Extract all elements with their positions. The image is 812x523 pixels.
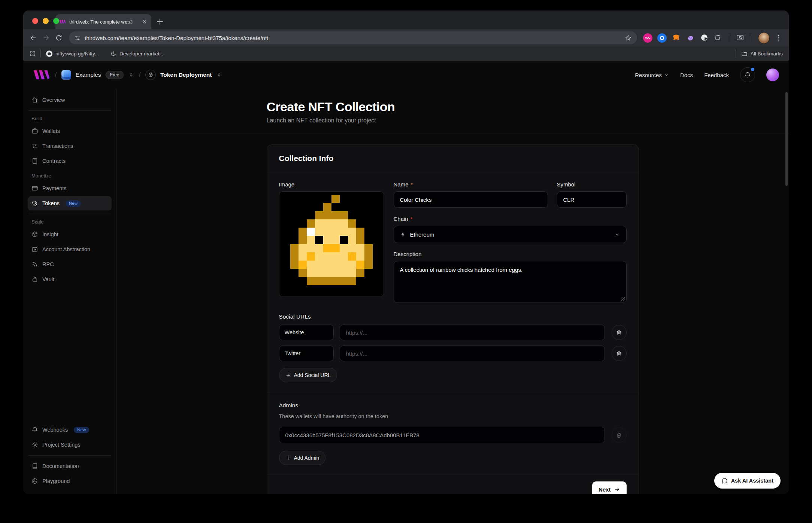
swap-icon [31,143,38,149]
delete-social-url-button[interactable] [612,325,627,340]
sidebar-item-wallets[interactable]: Wallets [28,124,112,138]
resize-handle[interactable] [621,297,625,301]
address-bar[interactable]: thirdweb.com/team/examples/Token-Deploym… [69,31,637,44]
browser-tab[interactable]: thirdweb: The complete web3 [55,14,151,29]
sidebar-item-payments[interactable]: Payments [28,181,112,195]
sidebar-item-account-abstraction[interactable]: Account Abstraction [28,242,112,256]
collection-info-card: Collection Info Image [267,145,639,494]
bookmarks-bar: niftyswap.gg/Nifty...Developer marketi..… [23,46,789,61]
pink-extension-icon[interactable] [643,33,652,43]
nav-link-feedback[interactable]: Feedback [704,72,729,78]
bookmark-star-icon[interactable] [625,34,632,42]
new-tab-button[interactable] [155,17,165,27]
social-url-input[interactable] [340,325,605,340]
sidebar-item-documentation[interactable]: Documentation [28,459,112,473]
app-body: OverviewBuildWalletsTransactionsContract… [23,89,789,494]
bookmark-item[interactable]: niftyswap.gg/Nifty... [46,51,99,57]
notification-dot [751,68,754,71]
cube-icon [31,231,38,238]
project-name[interactable]: Token Deployment [160,72,212,78]
forward-button[interactable] [40,31,52,44]
bell-icon [31,426,38,433]
chevron-down-icon [664,73,669,77]
admin-wallet-input[interactable] [279,427,605,443]
symbol-input[interactable] [557,191,627,208]
chain-label: Chain * [394,216,627,222]
card-title: Collection Info [267,145,639,172]
apps-grid-icon[interactable] [29,50,36,57]
bookmark-label: Developer marketi... [119,51,165,57]
social-platform-select[interactable]: Twitter [279,346,334,361]
next-button[interactable]: Next [592,481,627,494]
breadcrumb-separator: / [139,71,141,79]
sidebar-item-vault[interactable]: Vault [28,272,112,286]
purple-extension-icon[interactable] [686,33,695,43]
notifications-button[interactable] [740,67,755,82]
sidebar-item-project-settings[interactable]: Project Settings [28,438,112,452]
admins-section: Admins These wallets will have authority… [267,393,639,475]
app-header: / Examples Free / Token Deployment Resou… [23,61,789,89]
social-url-input[interactable] [340,346,605,361]
required-asterisk: * [411,181,413,188]
sidebar-item-label: Insight [42,231,58,237]
plus-icon [285,373,291,378]
name-input[interactable] [394,191,548,208]
sidebar-item-playground[interactable]: Playground [28,474,112,488]
chain-select[interactable]: Ethereum [394,226,627,243]
chevrons-up-down-icon[interactable] [128,72,134,78]
chevrons-up-down-icon[interactable] [216,72,222,78]
sidebar-item-webhooks[interactable]: WebhooksNew [28,423,112,437]
page-scrollbar[interactable] [785,92,788,186]
pointer-extension-icon[interactable] [700,33,709,43]
social-url-row: Twitter [279,346,627,361]
team-name[interactable]: Examples [76,72,101,78]
bookmark-item[interactable]: Developer marketi... [110,51,165,57]
project-avatar[interactable] [145,70,156,80]
nav-link-resources[interactable]: Resources [635,72,669,78]
sidebar-item-rpc[interactable]: RPC [28,257,112,271]
add-social-url-button[interactable]: Add Social URL [279,368,337,382]
zoom-window-button[interactable] [53,18,59,24]
social-platform-select[interactable]: Website [279,325,334,340]
nft-image-upload[interactable] [279,191,384,297]
add-admin-button[interactable]: Add Admin [279,451,326,465]
minimize-window-button[interactable] [43,18,49,24]
box-icon [31,246,38,253]
screen-search-icon[interactable] [736,34,744,42]
sidebar-item-insight[interactable]: Insight [28,227,112,241]
browser-menu-icon[interactable] [775,34,783,42]
image-label: Image [279,181,384,188]
site-settings-icon[interactable] [74,35,81,41]
sidebar-item-label: Contracts [42,158,66,164]
sidebar-item-label: Vault [42,276,54,282]
sidebar-item-label: Playground [42,478,70,484]
account-avatar[interactable] [766,69,779,81]
thirdweb-app: / Examples Free / Token Deployment Resou… [23,61,789,494]
lock-icon [31,276,38,283]
extensions-puzzle-icon[interactable] [714,34,722,42]
close-window-button[interactable] [32,18,38,24]
metamask-fox-icon[interactable] [672,33,681,43]
rss-icon [31,261,38,268]
delete-social-url-button[interactable] [612,346,627,361]
delete-admin-button[interactable] [612,428,627,443]
close-tab-icon[interactable] [142,19,148,25]
reload-button[interactable] [52,31,65,44]
all-bookmarks-button[interactable]: All Bookmarks [741,51,783,57]
description-textarea[interactable]: A collection of rainbow chicks hatched f… [394,261,627,303]
plus-icon [285,455,291,461]
sidebar-divider [28,455,111,456]
blue-extension-icon[interactable] [657,33,667,43]
sidebar-item-overview[interactable]: Overview [28,93,112,107]
browser-profile-avatar[interactable] [758,32,770,44]
back-button[interactable] [27,31,40,44]
ask-ai-assistant-button[interactable]: Ask AI Assistant [714,473,781,489]
sidebar-item-transactions[interactable]: Transactions [28,139,112,153]
sidebar-item-tokens[interactable]: TokensNew [28,196,112,210]
nav-link-docs[interactable]: Docs [680,72,693,78]
bookmarks-divider [40,49,41,58]
tab-strip: thirdweb: The complete web3 [23,10,789,29]
thirdweb-logo[interactable] [33,70,50,80]
team-avatar[interactable] [61,70,71,80]
sidebar-item-contracts[interactable]: Contracts [28,154,112,168]
